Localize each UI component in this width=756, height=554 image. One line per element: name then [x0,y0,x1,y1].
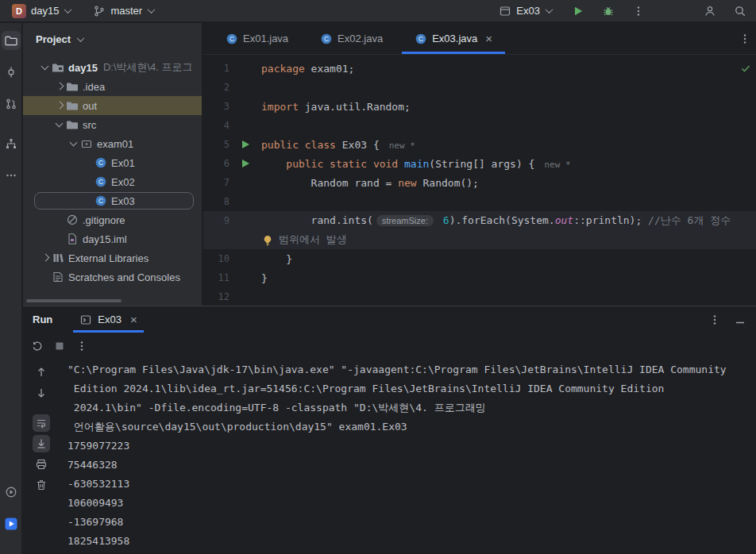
folder-icon [66,99,79,112]
run-config-icon [499,5,511,17]
printer-icon [35,458,48,471]
search-icon [734,5,746,17]
project-widget[interactable]: D day15 [6,2,76,21]
svg-text:C: C [324,35,329,43]
commit-tool-button[interactable] [2,63,21,82]
code-token: import [261,101,299,113]
editor-tab-ex02-java[interactable]: CEx02.java [304,23,399,54]
folder-icon [66,80,79,93]
project-panel-header[interactable]: Project [23,23,202,55]
hide-panel-icon[interactable] [734,314,746,326]
clear-console-button[interactable] [33,476,50,494]
commit-icon [5,66,17,79]
libraries-icon [52,252,64,264]
structure-icon [5,137,17,150]
project-panel-title: Project [36,33,71,45]
services-icon [5,486,17,498]
soft-wrap-button[interactable] [33,414,50,432]
run-button[interactable] [569,2,588,21]
pull-requests-tool-button[interactable] [2,94,21,113]
code-token: new * [389,140,415,151]
chevron-down-icon[interactable] [53,118,66,131]
chevron-right-icon[interactable] [53,99,66,112]
tree-item-scratches-and-consoles[interactable]: Scratches and Consoles [23,267,202,287]
code-with-me-button[interactable] [700,2,719,21]
code-text: } [255,272,268,284]
chevron-down-icon[interactable] [39,61,52,74]
inspections-ok-icon[interactable] [739,62,752,75]
run-config-widget[interactable]: Ex03 [493,2,557,21]
code-line: 12 [203,287,756,305]
tree-item-out[interactable]: out [23,96,202,115]
close-icon[interactable]: × [130,314,137,325]
tree-item-gitignore[interactable]: .gitignore [23,210,202,229]
tree-item-exam01[interactable]: exam01 [23,134,202,153]
project-widget-label: day15 [31,5,59,17]
tree-item-ex03[interactable]: CEx03 [23,191,202,210]
code-token: out [555,214,573,226]
tree-item-ex02[interactable]: CEx02 [23,172,202,191]
code-editor[interactable]: 1package exam01;23import java.util.Rando… [203,56,756,305]
code-line: 7 Random rand = new Random(); [203,173,756,192]
more-vertical-icon[interactable] [75,340,88,352]
title-bar: D day15 master Ex03 [0,0,756,22]
run-tab[interactable]: Ex03 × [73,306,143,333]
branch-widget[interactable]: master [87,2,160,21]
scroll-to-end-icon [35,437,48,450]
chevron-placeholder [82,175,94,188]
close-tab-icon[interactable]: × [485,33,492,44]
stop-icon[interactable] [53,340,66,352]
line-number: 1 [203,63,239,74]
print-button[interactable] [33,456,50,473]
scratches-icon [52,271,64,283]
chevron-right-icon[interactable] [53,80,66,93]
services-tool-button[interactable] [2,483,21,502]
tree-item-external-libraries[interactable]: External Libraries [23,248,202,267]
tree-item-day15[interactable]: day15D:\박세현\4. 프로그 [23,58,202,77]
bulb-icon[interactable] [261,234,274,247]
class-icon: C [94,156,107,169]
run-line-icon[interactable] [239,157,252,170]
editor-tabs: CEx01.javaCEx02.javaCEx03.java× [210,23,508,54]
code-token [398,158,404,170]
search-everywhere-button[interactable] [731,2,750,21]
svg-text:C: C [418,35,423,43]
tree-item-idea[interactable]: .idea [23,77,202,96]
chevron-right-icon[interactable] [39,252,52,264]
run-tab-label: Ex03 [98,314,122,325]
line-number: 10 [203,253,239,264]
editor-tab-ex01-java[interactable]: CEx01.java [210,23,304,54]
class-icon: C [94,194,107,207]
horizontal-scrollbar[interactable] [26,299,122,302]
parameter-inlay-hint: streamSize: [376,215,434,226]
rerun-icon[interactable] [31,340,44,352]
run-tool-button[interactable] [2,514,21,533]
next-occurrence-button[interactable] [33,384,50,402]
code-token: main [404,158,429,170]
editor-tab-ex03-java[interactable]: CEx03.java× [399,23,508,54]
code-line: 6 public static void main(String[] args)… [203,154,756,173]
folder-icon [5,34,17,47]
run-tool-window: Run Ex03 × [23,306,756,554]
prev-occurrence-button[interactable] [33,364,50,381]
more-actions-button[interactable] [629,2,648,21]
chevron-placeholder [53,233,66,245]
more-tool-windows-button[interactable] [2,166,21,185]
run-line-icon[interactable] [239,138,252,151]
project-panel: Project day15D:\박세현\4. 프로그.ideaoutsrcexa… [23,23,202,306]
bug-icon [602,5,615,17]
tab-options-icon[interactable] [739,33,751,45]
chevron-down-icon[interactable] [68,137,80,150]
line-number: 6 [203,158,239,169]
project-tool-button[interactable] [2,31,21,50]
code-line: 8 [203,192,756,211]
console-output[interactable]: "C:\Program Files\Java\jdk-17\bin\java.e… [68,360,754,554]
tree-item-src[interactable]: src [23,115,202,134]
scroll-to-end-button[interactable] [33,435,50,452]
tree-item-day15-iml[interactable]: day15.iml [23,229,202,248]
more-vertical-icon[interactable] [708,314,721,326]
tree-item-ex01[interactable]: CEx01 [23,153,202,172]
code-text: package exam01; [255,63,354,75]
debug-button[interactable] [599,2,618,21]
structure-tool-button[interactable] [2,134,21,153]
